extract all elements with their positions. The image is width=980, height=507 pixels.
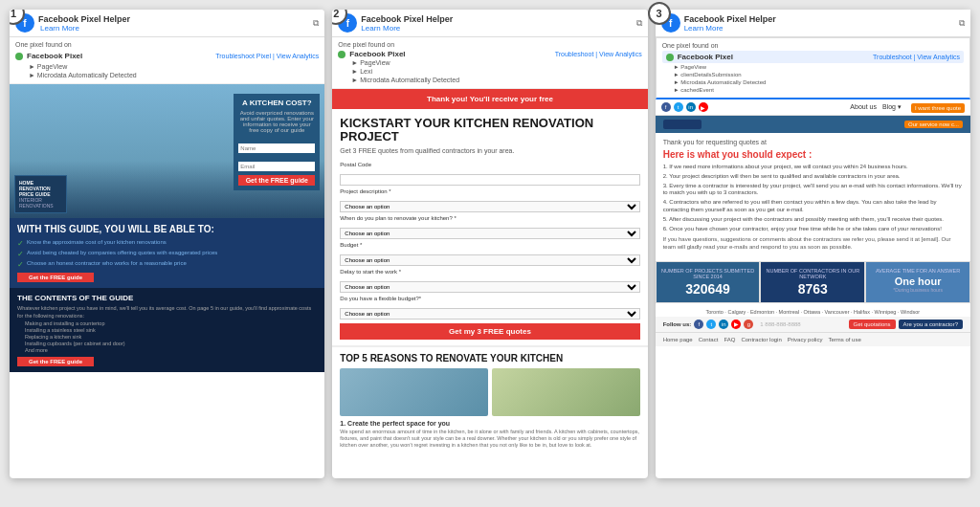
city-row-3: Toronto · Calgary · Edmonton · Montreal … xyxy=(656,307,970,317)
site-banner-3: Our service now c... xyxy=(656,116,970,133)
delay-select-2[interactable]: Choose an option xyxy=(340,281,639,293)
name-input-1[interactable] xyxy=(238,143,315,153)
list-1c: Replacing a kitchen sink xyxy=(25,334,317,340)
cta-btn-1c[interactable]: Get the FREE guide xyxy=(17,357,94,366)
social-follow-3: Follow us: f t in ▶ g 1 888-888-8888 Get… xyxy=(656,317,970,332)
reasons-section-2: TOP 5 REASONS TO RENOVATE YOUR KITCHEN 1… xyxy=(332,345,647,454)
follow-gp-icon[interactable]: g xyxy=(744,320,753,329)
follow-li-icon[interactable]: in xyxy=(719,320,728,329)
project-select-2[interactable]: Choose an option xyxy=(340,201,639,212)
nav-3: f t in ▶ About us Blog ▾ I want three qu… xyxy=(656,99,970,116)
flexible-label-2: Do you have a flexible budget?* xyxy=(340,296,639,301)
fb-bar-1: f Facebook Pixel Helper Learn More ⧉ xyxy=(10,10,324,37)
postal-input-2[interactable] xyxy=(340,174,639,186)
stat-number-contractors: 8763 xyxy=(765,281,860,297)
form-subtitle-1: Avoid overpriced renovations and unfair … xyxy=(238,110,315,133)
panel-2: 2 f Facebook Pixel Helper Learn More ⧉ O… xyxy=(332,10,647,478)
pixel-name-1: Facebook Pixel xyxy=(27,52,82,60)
cta-btn-2[interactable]: Get my 3 FREE quotes xyxy=(340,323,639,340)
fb-learn-more-2[interactable]: Learn More xyxy=(361,24,453,33)
content-3: Thank you for requesting quotes at Here … xyxy=(656,133,970,257)
nav-blog-3[interactable]: Blog ▾ xyxy=(882,103,902,111)
pixel-sub-3d: ► cachedEvent xyxy=(662,86,964,94)
footer-links-3: Home page Contact FAQ Contractor login P… xyxy=(663,337,861,342)
footer-link-contact[interactable]: Contact xyxy=(699,337,719,342)
form-box-1: A KITCHEN COST? Avoid overpriced renovat… xyxy=(234,94,320,190)
nav-links-3: About us Blog ▾ xyxy=(850,103,902,111)
list-1e: And more xyxy=(25,347,317,353)
expect-3: 3. Every time a contractor is interested… xyxy=(663,183,963,198)
ext-icon-3[interactable]: ⧉ xyxy=(959,18,965,29)
orange-cta-3[interactable]: I want three quote xyxy=(911,104,965,111)
budget-select-2[interactable]: Choose an option xyxy=(340,254,639,266)
blue-section-1: WITH THIS GUIDE, YOU WILL BE ABLE TO: ✓ … xyxy=(10,218,324,288)
guide-title-1: HOME RENOVATION PRICE GUIDE xyxy=(19,180,62,197)
panel-1: 1 f Facebook Pixel Helper Learn More ⧉ O… xyxy=(10,10,324,478)
follow-label-3: Follow us: xyxy=(663,321,692,327)
pixel-dot-2 xyxy=(338,51,345,58)
when-select-2[interactable]: Choose an option xyxy=(340,228,639,239)
pixel-sub-2b: ► Lexi xyxy=(338,67,641,76)
flexible-select-2[interactable]: Choose an option xyxy=(340,308,639,320)
youtube-social-icon[interactable]: ▶ xyxy=(699,102,708,112)
nav-about-3[interactable]: About us xyxy=(850,103,877,111)
follow-fb-icon[interactable]: f xyxy=(694,320,703,329)
blue-item-1a: ✓ Know the approximate cost of your kitc… xyxy=(17,239,317,248)
pixel-sub-2c: ► Microdata Automatically Detected xyxy=(338,76,641,84)
fb-social-icon[interactable]: f xyxy=(661,102,671,112)
stat-box-projects: Number of projects submitted since 2014 … xyxy=(656,261,761,303)
twitter-social-icon[interactable]: t xyxy=(674,102,683,112)
dark-section-1: THE CONTENTS OF THE GUIDE Whatever kitch… xyxy=(10,288,324,372)
footer-link-terms[interactable]: Terms of use xyxy=(828,337,860,342)
reasons-title-2: TOP 5 REASONS TO RENOVATE YOUR KITCHEN xyxy=(340,353,639,364)
follow-yt-icon[interactable]: ▶ xyxy=(731,320,741,329)
blue-title-1: WITH THIS GUIDE, YOU WILL BE ABLE TO: xyxy=(17,224,317,235)
expect-5: 5. After discussing your project with th… xyxy=(663,216,963,224)
stat-note-time: *During business hours xyxy=(870,287,966,293)
stat-box-time: Average time for an answer One hour *Dur… xyxy=(865,261,970,303)
check-icon-1c: ✓ xyxy=(17,260,24,269)
main-container: 1 f Facebook Pixel Helper Learn More ⧉ O… xyxy=(10,10,970,497)
footer-link-privacy[interactable]: Privacy policy xyxy=(788,337,823,342)
cta-btn-1b[interactable]: Get the FREE guide xyxy=(17,273,94,282)
pixel-name-2: Facebook Pixel xyxy=(349,50,405,58)
email-input-1[interactable] xyxy=(238,162,315,171)
fb-bar-3: f Facebook Pixel Helper Learn More ⧉ xyxy=(656,10,970,37)
pixel-links-3[interactable]: Troubleshoot | View Analytics xyxy=(873,54,960,60)
budget-label-2: Budget * xyxy=(340,242,639,248)
footer-link-contractor-login[interactable]: Contractor login xyxy=(741,337,781,342)
fb-learn-more-3[interactable]: Learn More xyxy=(684,24,776,33)
badge-3: 3 xyxy=(648,2,671,25)
pixel-row-2: Facebook Pixel Troubleshoot | View Analy… xyxy=(338,50,641,58)
when-row-2: When do you plan to renovate your kitche… xyxy=(340,215,639,239)
cta-btn-1[interactable]: Get the FREE guide xyxy=(238,175,315,186)
footer-link-home[interactable]: Home page xyxy=(663,337,693,342)
expect-4: 4. Contractors who are referred to you w… xyxy=(663,199,963,214)
panel-3: 3 f Facebook Pixel Helper Learn More ⧉ O… xyxy=(656,10,970,478)
fb-learn-more-1[interactable]: Learn More xyxy=(40,24,130,33)
expect-2: 2. Your project description will then be… xyxy=(663,173,963,181)
footer-3: Home page Contact FAQ Contractor login P… xyxy=(656,332,970,346)
flexible-row-2: Do you have a flexible budget?* Choose a… xyxy=(340,296,639,320)
pixel-dot-1 xyxy=(15,53,23,60)
when-label-2: When do you plan to renovate your kitche… xyxy=(340,215,639,221)
linkedin-social-icon[interactable]: in xyxy=(686,102,696,112)
ext-icon-1[interactable]: ⧉ xyxy=(313,18,319,29)
pixel-links-1[interactable]: Troubleshoot Pixel | View Analytics xyxy=(215,53,319,59)
stat-label-time: Average time for an answer xyxy=(870,268,966,274)
pixel-links-2[interactable]: Troubleshoot | View Analytics xyxy=(555,51,642,57)
get-quotations-btn-3[interactable]: Get quotations xyxy=(849,320,896,329)
fb-title-3: Facebook Pixel Helper xyxy=(684,14,776,24)
ext-icon-2[interactable]: ⧉ xyxy=(636,18,642,29)
budget-row-2: Budget * Choose an option xyxy=(340,242,639,266)
form-title-1: A KITCHEN COST? xyxy=(238,99,315,107)
footer-link-faq[interactable]: FAQ xyxy=(724,337,735,342)
follow-tw-icon[interactable]: t xyxy=(706,320,716,329)
list-1d: Installing cupboards (per cabinet and do… xyxy=(25,341,317,346)
project-label-2: Project description * xyxy=(340,188,639,194)
contractor-btn-3[interactable]: Are you a contractor? xyxy=(899,320,963,329)
fb-title-2: Facebook Pixel Helper xyxy=(361,14,453,24)
reason-text-2a: We spend an enormous amount of time in t… xyxy=(340,429,639,449)
red-header-2: Thank you! You'll receive your free xyxy=(332,89,647,109)
pixel-name-3: Facebook Pixel xyxy=(678,53,733,61)
